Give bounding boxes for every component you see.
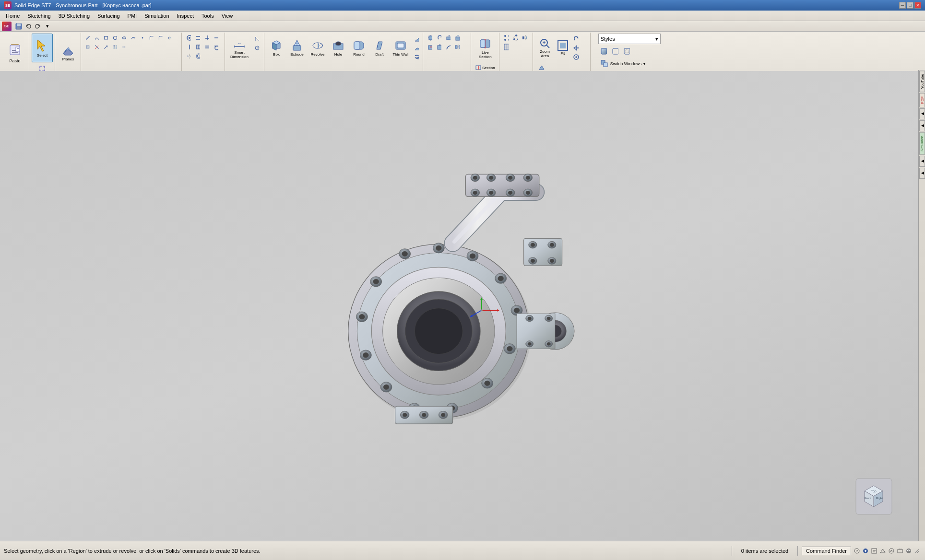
menu-3dsketching[interactable]: 3D Sketching (55, 11, 94, 21)
vertical-constraint[interactable] (184, 43, 193, 51)
shaded-button[interactable] (598, 46, 609, 57)
offset-face[interactable] (444, 34, 452, 42)
menu-view[interactable]: View (218, 11, 237, 21)
statusbar-icon-2[interactable] (862, 547, 869, 555)
tangent-constraint[interactable] (212, 43, 220, 51)
paste-button[interactable]: Paste (3, 38, 27, 67)
zoom-in-button[interactable] (571, 53, 581, 61)
move-face[interactable] (426, 34, 434, 42)
blend-face[interactable] (444, 43, 452, 51)
front-view-button[interactable] (536, 63, 547, 71)
zoomarea-button[interactable]: Zoom Area (535, 34, 555, 62)
sidebar-tab-2[interactable]: ▶ (919, 120, 925, 131)
statusbar-icon-3[interactable] (870, 547, 878, 555)
radial-dim-button[interactable] (252, 44, 262, 52)
rect-pattern-button[interactable] (502, 34, 510, 42)
sweep-button[interactable] (412, 44, 421, 52)
menu-tools[interactable]: Tools (198, 11, 218, 21)
chamfer-tool[interactable] (156, 34, 165, 42)
fix-constraint[interactable] (193, 43, 202, 51)
extend-tool[interactable] (102, 43, 110, 51)
close-button[interactable]: ✕ (914, 2, 921, 9)
point-tool[interactable] (138, 34, 147, 42)
horizontal-constraint[interactable] (212, 34, 220, 42)
perpendicular-constraint[interactable] (202, 34, 211, 42)
menu-sketching[interactable]: Sketching (24, 11, 54, 21)
save-quick-button[interactable] (14, 22, 23, 31)
circ-pattern-button[interactable] (511, 34, 520, 42)
statusbar-resize-grip[interactable] (913, 547, 921, 555)
mirror-pattern-button[interactable] (520, 34, 529, 42)
fit-button[interactable]: Fit (555, 34, 570, 62)
equal-constraint[interactable] (202, 43, 211, 51)
trim-tool[interactable] (93, 43, 101, 51)
mirror-tool[interactable] (166, 34, 174, 42)
orientation-cube[interactable]: Top Right Front (854, 476, 894, 517)
pattern2d-tool[interactable] (111, 43, 119, 51)
arc-tool[interactable] (93, 34, 101, 42)
circle-tool[interactable] (111, 34, 119, 42)
styles-dropdown[interactable]: Styles ▾ (598, 34, 661, 44)
symmetric-constraint[interactable] (184, 52, 193, 60)
angular-dim-button[interactable] (252, 35, 262, 43)
minimize-button[interactable]: ─ (899, 2, 906, 9)
quickaccess-dropdown[interactable]: ▾ (43, 22, 52, 31)
pan-view-button[interactable] (571, 44, 581, 52)
thinwall-button[interactable]: Thin Wall (391, 34, 411, 62)
livesection-button[interactable]: Live Section (474, 34, 497, 62)
helical-button[interactable] (412, 53, 421, 61)
redo-quick-button[interactable] (34, 22, 42, 31)
menu-pmi[interactable]: PMI (124, 11, 141, 21)
wireframe-button[interactable] (610, 46, 620, 57)
statusbar-icon-4[interactable] (879, 547, 887, 555)
fillet-tool[interactable] (147, 34, 156, 42)
smart-dimension-button[interactable]: ↔ Smart Dimension (227, 34, 251, 62)
delete-face[interactable] (426, 43, 434, 51)
restore-button[interactable]: □ (907, 2, 913, 9)
extrude-button[interactable]: Extrude (287, 34, 307, 62)
rotate-face[interactable] (435, 34, 443, 42)
draft-button[interactable]: Draft (370, 34, 389, 62)
replace-face[interactable] (435, 43, 443, 51)
statusbar-icon-7[interactable] (905, 547, 913, 555)
coincident-constraint[interactable] (184, 34, 193, 42)
concentric-constraint[interactable] (193, 52, 202, 60)
sidebar-tab-3[interactable]: ▶ (919, 156, 925, 167)
titlebar-controls[interactable]: ─ □ ✕ (899, 2, 921, 9)
statusbar-icon-1[interactable]: ? (853, 547, 861, 555)
hole-button[interactable]: Hole (329, 34, 348, 62)
sidebar-tab-pdf[interactable]: PDF (919, 93, 925, 107)
menu-simulation[interactable]: Simulation (141, 11, 173, 21)
offset-tool[interactable] (83, 43, 92, 51)
statusbar-icon-6[interactable] (896, 547, 904, 555)
round-button[interactable]: Round (349, 34, 368, 62)
command-finder-button[interactable]: Command Finder (802, 547, 851, 555)
spline-tool[interactable] (129, 34, 138, 42)
construction-tool[interactable] (120, 43, 129, 51)
rectangle-tool[interactable] (102, 34, 110, 42)
menu-home[interactable]: Home (2, 11, 24, 21)
box-button[interactable]: Box (267, 34, 286, 62)
rotate-view-button[interactable] (571, 35, 581, 43)
copy-face[interactable] (453, 34, 462, 42)
sidebar-tab-youtube[interactable]: YouTube (919, 70, 925, 92)
menu-inspect[interactable]: Inspect (173, 11, 198, 21)
pattern-table-button[interactable] (502, 43, 510, 51)
mirror-face[interactable] (453, 43, 462, 51)
line-tool[interactable] (83, 34, 92, 42)
select-button[interactable]: Select (32, 34, 53, 62)
revolve-button[interactable]: Revolve (308, 34, 327, 62)
sidebar-tab-simulation[interactable]: Simulation (919, 132, 925, 155)
hidden-button[interactable] (621, 46, 632, 57)
ellipse-tool[interactable] (120, 34, 129, 42)
planes-button[interactable]: Planes (58, 38, 79, 67)
sidebar-tab-1[interactable]: ▶ (919, 108, 925, 119)
switch-windows-button[interactable]: Switch Windows ▾ (598, 58, 648, 69)
viewport[interactable]: Top Right Front (0, 71, 918, 541)
parallel-constraint[interactable] (193, 34, 202, 42)
loft-button[interactable] (412, 35, 421, 43)
undo-quick-button[interactable] (24, 22, 33, 31)
statusbar-icon-5[interactable] (888, 547, 895, 555)
menu-surfacing[interactable]: Surfacing (94, 11, 123, 21)
sidebar-tab-4[interactable]: ▶ (919, 168, 925, 179)
